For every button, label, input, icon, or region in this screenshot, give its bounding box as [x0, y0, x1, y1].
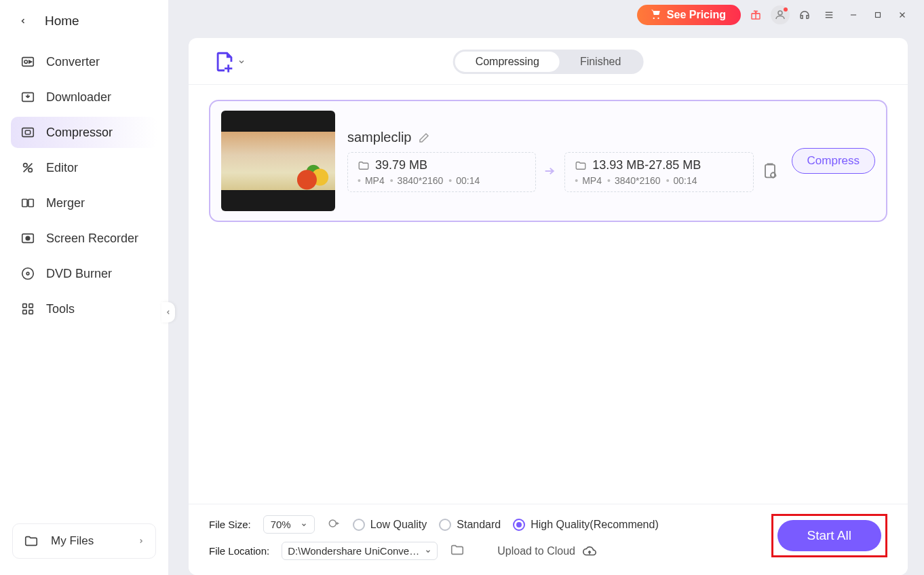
- maximize-icon: [873, 10, 883, 20]
- file-name: sampleclip: [347, 130, 411, 145]
- svg-point-28: [329, 520, 336, 527]
- nav-list: Converter Downloader Compressor Editor M…: [0, 41, 168, 324]
- svg-point-11: [22, 268, 34, 280]
- clipboard-gear-icon: [761, 162, 779, 181]
- cart-icon: [649, 9, 661, 21]
- target-info-box: 13.93 MB-27.85 MB MP4 3840*2160 00:14: [564, 152, 753, 192]
- add-file-icon: [213, 50, 236, 73]
- tools-icon: [20, 301, 35, 316]
- source-resolution: 3840*2160: [390, 175, 444, 186]
- editor-icon: [20, 160, 35, 175]
- start-all-highlight: Start All: [771, 514, 887, 557]
- source-info-box: 39.79 MB MP4 3840*2160 00:14: [347, 152, 536, 192]
- close-icon: [898, 10, 907, 20]
- collapse-sidebar-button[interactable]: [161, 302, 175, 322]
- svg-rect-8: [28, 200, 33, 207]
- minimize-button[interactable]: [844, 5, 863, 24]
- sidebar-item-compressor[interactable]: Compressor: [11, 117, 157, 148]
- folder-icon: [24, 534, 39, 549]
- radio-circle: [513, 519, 525, 531]
- radio-standard[interactable]: Standard: [439, 519, 501, 531]
- svg-point-18: [778, 11, 782, 15]
- svg-point-1: [24, 60, 28, 64]
- svg-rect-16: [29, 310, 33, 314]
- gift-icon-button[interactable]: [746, 5, 765, 24]
- my-files-button[interactable]: My Files: [12, 523, 156, 559]
- open-folder-button[interactable]: [450, 542, 465, 559]
- bottom-bar: File Size: 70% Low Quality Standard: [189, 504, 908, 575]
- source-size: 39.79 MB: [375, 158, 427, 172]
- tab-compressing[interactable]: Compressing: [455, 52, 560, 72]
- see-pricing-button[interactable]: See Pricing: [637, 5, 741, 25]
- chevron-left-icon: [165, 309, 172, 316]
- tab-finished[interactable]: Finished: [560, 52, 641, 72]
- svg-point-5: [24, 164, 28, 168]
- target-duration: 00:14: [666, 175, 697, 186]
- sidebar-item-editor[interactable]: Editor: [11, 152, 157, 183]
- content-card: Compressing Finished sampleclip: [189, 38, 908, 575]
- radio-circle: [353, 519, 365, 531]
- chevron-left-icon: [19, 17, 27, 25]
- radio-low-quality[interactable]: Low Quality: [353, 519, 427, 531]
- svg-point-6: [28, 168, 32, 172]
- files-area: sampleclip 39.79 MB MP4: [189, 85, 908, 237]
- minimize-icon: [849, 10, 858, 20]
- svg-rect-7: [22, 200, 27, 207]
- sidebar-item-downloader[interactable]: Downloader: [11, 81, 157, 113]
- svg-point-10: [26, 236, 30, 240]
- user-icon-button[interactable]: [771, 5, 790, 24]
- sidebar-item-screen-recorder[interactable]: Screen Recorder: [11, 223, 157, 254]
- menu-icon: [823, 9, 835, 21]
- sidebar-item-dvd-burner[interactable]: DVD Burner: [11, 258, 157, 289]
- source-duration: 00:14: [448, 175, 480, 186]
- file-location-label: File Location:: [209, 545, 269, 557]
- svg-rect-3: [22, 128, 34, 137]
- folder-icon: [358, 160, 370, 172]
- headset-icon: [798, 9, 811, 21]
- sidebar: Home Converter Downloader Compressor Edi…: [0, 0, 168, 575]
- video-thumbnail[interactable]: [221, 111, 335, 211]
- cloud-icon: [582, 544, 597, 559]
- user-icon: [774, 9, 786, 21]
- add-file-button[interactable]: [213, 50, 246, 73]
- target-format: MP4: [575, 175, 602, 186]
- chevron-down-icon: [301, 521, 307, 528]
- gauge-icon: [327, 517, 341, 530]
- edit-icon[interactable]: [418, 132, 430, 144]
- arrow-icon: [543, 164, 558, 181]
- menu-icon-button[interactable]: [820, 5, 839, 24]
- sidebar-item-tools[interactable]: Tools: [11, 293, 157, 324]
- file-size-label: File Size:: [209, 519, 251, 530]
- sidebar-item-converter[interactable]: Converter: [11, 46, 157, 77]
- radio-high-quality[interactable]: High Quality(Recommend): [513, 519, 659, 531]
- compress-button[interactable]: Compress: [792, 148, 875, 174]
- maximize-button[interactable]: [868, 5, 887, 24]
- svg-rect-4: [25, 130, 30, 134]
- target-size: 13.93 MB-27.85 MB: [592, 158, 701, 172]
- upload-to-cloud[interactable]: Upload to Cloud: [497, 544, 597, 559]
- target-resolution: 3840*2160: [607, 175, 661, 186]
- main-area: See Pricing: [168, 0, 924, 575]
- quality-settings-icon[interactable]: [327, 517, 341, 532]
- home-label: Home: [45, 14, 79, 29]
- support-icon-button[interactable]: [795, 5, 814, 24]
- settings-output-button[interactable]: [761, 162, 779, 183]
- svg-rect-15: [23, 310, 27, 314]
- svg-rect-14: [29, 304, 33, 308]
- chevron-down-icon: [425, 548, 431, 555]
- close-button[interactable]: [893, 5, 912, 24]
- content-header: Compressing Finished: [189, 38, 908, 85]
- source-format: MP4: [358, 175, 385, 186]
- file-location-select[interactable]: D:\Wondershare UniConverter 1: [282, 542, 438, 560]
- sidebar-item-merger[interactable]: Merger: [11, 187, 157, 219]
- merger-icon: [20, 196, 35, 210]
- tabs: Compressing Finished: [453, 50, 644, 74]
- file-size-select[interactable]: 70%: [263, 515, 315, 534]
- folder-icon: [450, 542, 465, 557]
- start-all-button[interactable]: Start All: [777, 520, 881, 551]
- titlebar: See Pricing: [168, 0, 924, 30]
- file-item[interactable]: sampleclip 39.79 MB MP4: [209, 100, 887, 222]
- screen-recorder-icon: [20, 231, 35, 246]
- gift-icon: [750, 9, 762, 21]
- home-nav[interactable]: Home: [0, 0, 168, 41]
